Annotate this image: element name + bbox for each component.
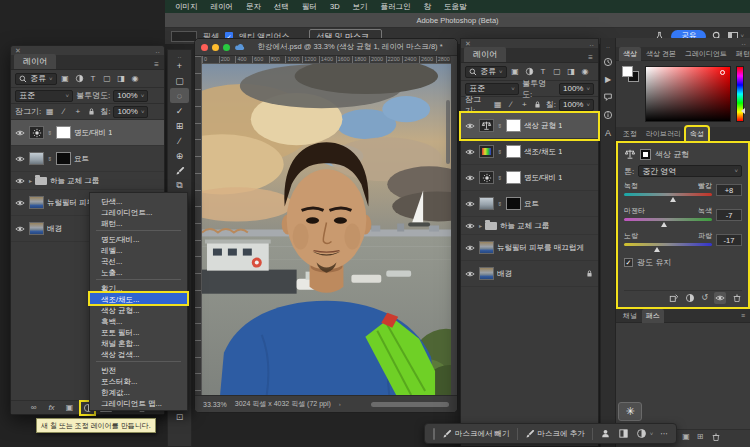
filter-image-icon[interactable]: ▣ [60, 74, 71, 83]
filter-adjustment-icon[interactable] [74, 74, 85, 83]
menu-item[interactable]: 포토 필터... [90, 326, 187, 337]
collapse-icon[interactable]: ‥ [155, 47, 160, 55]
history-icon[interactable] [603, 57, 613, 67]
clone-stamp-tool[interactable]: ⧉ [170, 178, 189, 193]
layer-row-color-balance[interactable]: ∞ 색상 균형 1 [461, 113, 598, 139]
visibility-eye-icon[interactable] [15, 224, 26, 234]
healing-tool[interactable]: ⊕ [170, 148, 189, 163]
tab-layers[interactable]: 레이어 [464, 47, 506, 62]
menu-item[interactable]: 반전 [90, 364, 187, 375]
filter-type-icon[interactable]: T [88, 74, 99, 83]
layer-thumbnail[interactable] [479, 241, 494, 254]
slider-value[interactable]: +8 [716, 184, 742, 196]
tab-paths[interactable]: 패스 [642, 309, 664, 323]
filter-image-icon[interactable]: ▣ [510, 67, 521, 76]
menu-window[interactable]: 창 [424, 2, 432, 12]
yellow-blue-slider[interactable]: 노랑 파랑 -17 [624, 231, 742, 253]
visibility-eye-icon[interactable] [15, 128, 26, 138]
visibility-eye-icon[interactable] [15, 176, 26, 186]
tab-properties[interactable]: 속성 [686, 127, 708, 141]
slider-thumb[interactable] [654, 247, 660, 252]
group-expand-icon[interactable]: ▸ [479, 222, 482, 229]
filter-type-icon[interactable]: T [538, 67, 549, 76]
layer-thumbnail[interactable] [29, 152, 44, 165]
panel-menu-icon[interactable]: ≡ [741, 312, 747, 319]
menu-item[interactable]: 흑백... [90, 315, 187, 326]
slider-thumb[interactable] [670, 197, 676, 202]
menu-image[interactable]: 이미지 [175, 2, 198, 12]
menu-item[interactable]: 포스터화... [90, 375, 187, 386]
brush-tool[interactable] [170, 163, 189, 178]
menu-item[interactable]: 명도/대비... [90, 233, 187, 244]
menu-item[interactable]: 그레이디언트 맵... [90, 397, 187, 408]
mask-thumbnail[interactable] [506, 119, 521, 132]
hue-saturation-icon[interactable] [479, 145, 494, 158]
color-balance-icon[interactable] [479, 119, 494, 132]
marquee-tool[interactable]: ▢ [170, 73, 189, 88]
lasso-tool[interactable]: ◌ [170, 88, 189, 103]
magenta-green-slider[interactable]: 마젠타 녹색 -7 [624, 206, 742, 228]
layer-row[interactable]: ∞ 요트 [11, 146, 164, 172]
layer-group-row[interactable]: ▸ 하늘 교체 그룹 [461, 217, 598, 235]
mask-from-path-icon[interactable]: ▣ [682, 432, 690, 441]
menu-item[interactable]: 채널 혼합... [90, 337, 187, 348]
link-layers-icon[interactable]: ∞ [27, 402, 40, 414]
mask-thumbnail[interactable] [506, 197, 521, 210]
info-icon[interactable] [603, 110, 613, 120]
comments-icon[interactable] [603, 92, 613, 102]
menu-plugins[interactable]: 플러그인 [381, 2, 411, 12]
color-picker-dot[interactable] [720, 70, 725, 75]
tab-layers[interactable]: 레이어 [14, 54, 56, 69]
layer-row[interactable]: ∞ 명도/대비 1 [11, 120, 164, 146]
layer-style-icon[interactable]: fx [45, 402, 58, 414]
tab-color[interactable]: 색상 [619, 47, 641, 61]
foreground-color-swatch[interactable] [622, 66, 633, 77]
taskbar-grip[interactable] [433, 428, 435, 440]
filter-adjustment-icon[interactable] [524, 67, 535, 76]
layer-row-background[interactable]: 배경 [461, 261, 598, 287]
menu-item[interactable]: 레벨... [90, 244, 187, 255]
subtract-from-mask-button[interactable]: 마스크에서 빼기 [442, 429, 510, 439]
menu-item[interactable]: 단색... [90, 195, 187, 206]
document-title-bar[interactable]: 한강에서.psd @ 33.3% (색상 균형 1, 레이어 마스크/8) * [195, 39, 457, 56]
menu-item[interactable]: 그레이디언트... [90, 206, 187, 217]
layer-thumbnail[interactable] [479, 267, 494, 280]
layer-thumbnail[interactable] [29, 222, 44, 235]
menu-item-hue-saturation[interactable]: 색조/채도... [90, 293, 187, 304]
filter-shape-icon[interactable]: ▢ [552, 67, 563, 76]
cyan-red-slider[interactable]: 녹청 빨강 +8 [624, 181, 742, 203]
panel-menu-icon[interactable]: ≡ [588, 53, 595, 62]
move-tool[interactable]: + [170, 58, 189, 73]
tab-libraries[interactable]: 라이브러리 [642, 127, 685, 141]
delete-icon[interactable] [732, 293, 742, 303]
tab-adjustments[interactable]: 조정 [619, 127, 641, 141]
new-path-icon[interactable]: ⊞ [697, 432, 704, 441]
visibility-eye-icon[interactable] [465, 121, 476, 131]
preserve-luminosity-checkbox[interactable]: ✓ [624, 258, 633, 267]
filter-smart-object-icon[interactable]: ◨ [116, 74, 127, 83]
panel-menu-icon[interactable]: ≡ [154, 60, 161, 69]
fill-select[interactable]: 100%˅ [559, 99, 594, 111]
layer-row[interactable]: ∞ 요트 [461, 191, 598, 217]
filter-pin-icon[interactable]: ◉ [130, 74, 141, 83]
delete-path-icon[interactable] [711, 432, 721, 442]
slider-value[interactable]: -17 [716, 234, 742, 246]
select-subject-icon[interactable] [600, 428, 611, 439]
tab-channels[interactable]: 채널 [619, 309, 641, 323]
filter-smart-object-icon[interactable]: ◨ [566, 67, 577, 76]
crop-tool[interactable]: ⊞ [170, 118, 189, 133]
menu-help[interactable]: 도움말 [444, 2, 467, 12]
view-previous-state-icon[interactable] [685, 293, 695, 303]
clip-to-layer-icon[interactable] [669, 293, 679, 303]
filter-pin-icon[interactable]: ◉ [580, 67, 591, 76]
layer-filter-select[interactable]: 종류 ˅ [15, 73, 57, 85]
filter-shape-icon[interactable]: ▢ [102, 74, 113, 83]
menu-layer[interactable]: 레이어 [211, 2, 234, 12]
collapse-icon[interactable]: ‥ [589, 40, 594, 48]
lock-all-icon[interactable] [532, 100, 542, 109]
hue-slider-arrow[interactable] [741, 108, 745, 114]
actions-icon[interactable]: ▶ [605, 75, 611, 84]
brightness-contrast-icon[interactable] [29, 126, 44, 139]
opacity-select[interactable]: 100%˅ [113, 90, 148, 102]
lock-paint-icon[interactable]: ∕ [58, 107, 69, 116]
